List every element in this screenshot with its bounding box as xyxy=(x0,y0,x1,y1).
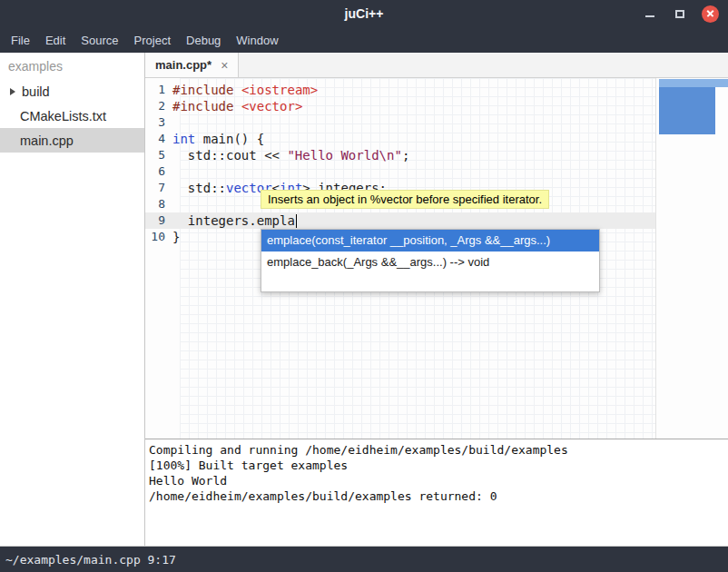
minimize-button[interactable] xyxy=(642,5,658,22)
menu-project[interactable]: Project xyxy=(134,34,171,47)
menubar: FileEditSourceProjectDebugWindow xyxy=(0,27,728,53)
menu-source[interactable]: Source xyxy=(81,34,118,47)
doc-tooltip: Inserts an object in %vector before spec… xyxy=(261,190,549,209)
restore-icon xyxy=(675,10,684,18)
terminal-line: Hello World xyxy=(149,473,724,488)
code-text: std::cout << "Hello World\n"; xyxy=(172,147,655,163)
code-line-6[interactable]: 6 xyxy=(145,163,655,180)
terminal-line: [100%] Built target examples xyxy=(149,458,724,473)
close-icon xyxy=(702,5,719,23)
restore-button[interactable] xyxy=(672,5,688,22)
window-title: juCi++ xyxy=(0,0,728,27)
terminal-line: /home/eidheim/examples/build/examples re… xyxy=(149,488,724,504)
file-label: build xyxy=(22,84,50,99)
sidebar-item-main-cpp[interactable]: main.cpp xyxy=(0,128,144,153)
editor-column: main.cpp*× 1#include <iostream>2#include… xyxy=(145,53,728,546)
menu-file[interactable]: File xyxy=(11,34,30,47)
line-number: 2 xyxy=(145,98,172,114)
line-number: 10 xyxy=(145,229,172,245)
chevron-right-icon[interactable] xyxy=(10,88,15,95)
code-line-5[interactable]: 5 std::cout << "Hello World\n"; xyxy=(145,147,655,163)
statusbar: ~/examples/main.cpp 9:17 xyxy=(0,546,728,572)
project-name: examples xyxy=(0,53,144,79)
line-number: 8 xyxy=(145,196,172,212)
terminal-line: Compiling and running /home/eidheim/exam… xyxy=(149,442,724,458)
tab-main-cpp-[interactable]: main.cpp*× xyxy=(145,53,239,77)
menu-window[interactable]: Window xyxy=(236,34,278,47)
code-text xyxy=(172,163,655,180)
line-number: 9 xyxy=(145,212,172,229)
tabbar: main.cpp*× xyxy=(145,53,728,78)
app-window: juCi++ FileEditSourceProjectDebugWindow … xyxy=(0,0,728,572)
terminal-output[interactable]: Compiling and running /home/eidheim/exam… xyxy=(145,439,728,546)
code-editor[interactable]: 1#include <iostream>2#include <vector>34… xyxy=(145,78,728,439)
code-lines: 1#include <iostream>2#include <vector>34… xyxy=(145,78,728,245)
titlebar[interactable]: juCi++ xyxy=(0,0,728,27)
text-cursor xyxy=(296,214,298,228)
code-text: integers.empla xyxy=(172,212,655,229)
file-label: main.cpp xyxy=(20,133,74,148)
menu-edit[interactable]: Edit xyxy=(45,34,65,47)
code-text: #include <vector> xyxy=(172,98,655,114)
line-number: 1 xyxy=(145,82,172,98)
code-line-9[interactable]: 9 integers.empla xyxy=(145,212,655,229)
tab-title: main.cpp* xyxy=(155,58,212,72)
completion-item[interactable]: emplace(const_iterator __position, _Args… xyxy=(261,230,599,251)
code-line-4[interactable]: 4int main() { xyxy=(145,131,655,147)
code-line-3[interactable]: 3 xyxy=(145,114,655,131)
code-text: #include <iostream> xyxy=(172,82,655,98)
file-label: CMakeLists.txt xyxy=(20,109,106,123)
tab-close-icon[interactable]: × xyxy=(221,59,228,72)
completion-item[interactable]: emplace_back(_Args &&__args...) --> void xyxy=(261,251,599,273)
window-controls xyxy=(642,0,719,27)
minimize-icon xyxy=(645,15,654,17)
line-number: 3 xyxy=(145,114,172,131)
code-line-1[interactable]: 1#include <iostream> xyxy=(145,82,655,98)
sidebar-item-build[interactable]: build xyxy=(0,79,144,104)
sidebar-item-cmakelists-txt[interactable]: CMakeLists.txt xyxy=(0,104,144,128)
main-body: examples buildCMakeLists.txtmain.cpp mai… xyxy=(0,53,728,546)
code-text xyxy=(172,114,655,131)
close-button[interactable] xyxy=(702,5,719,23)
line-number: 7 xyxy=(145,180,172,196)
scrollbar-track[interactable] xyxy=(659,79,728,87)
scrollbar-thumb[interactable] xyxy=(659,87,715,134)
line-number: 4 xyxy=(145,131,172,147)
file-tree: buildCMakeLists.txtmain.cpp xyxy=(0,79,144,153)
code-text: int main() { xyxy=(172,131,655,147)
file-tree-sidebar: examples buildCMakeLists.txtmain.cpp xyxy=(0,53,145,546)
cursor-position: ~/examples/main.cpp 9:17 xyxy=(5,553,176,567)
line-number: 5 xyxy=(145,147,172,163)
line-number: 6 xyxy=(145,163,172,180)
code-line-2[interactable]: 2#include <vector> xyxy=(145,98,655,114)
menu-debug[interactable]: Debug xyxy=(186,34,221,47)
completion-popup: emplace(const_iterator __position, _Args… xyxy=(261,229,600,292)
